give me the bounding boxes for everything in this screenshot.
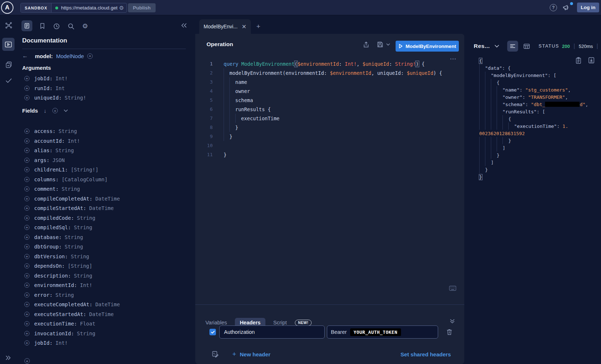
add-all-fields-icon[interactable]: +	[52, 108, 58, 113]
bulk-edit-headers-icon[interactable]	[212, 351, 219, 357]
argument-row[interactable]: +uniqueId:String!	[22, 93, 192, 103]
field-name[interactable]: uniqueId:	[34, 95, 62, 101]
field-row[interactable]: +compiledCode:String	[22, 213, 192, 223]
add-to-operation-icon[interactable]: +	[24, 283, 29, 288]
field-row[interactable]: +compiledSql:String	[22, 223, 192, 232]
field-name[interactable]: alias:	[34, 147, 53, 153]
field-name[interactable]: dependsOn:	[34, 263, 65, 269]
field-name[interactable]: accountId:	[34, 138, 65, 144]
field-row[interactable]: +dependsOn:[String]	[22, 261, 192, 271]
json-line[interactable]: 0023620128631592	[469, 130, 601, 137]
operation-tab[interactable]: ModelByEnvi... ✕	[199, 19, 251, 34]
code-line[interactable]: 11}	[195, 150, 462, 159]
field-name[interactable]: args:	[34, 157, 49, 163]
field-row[interactable]: +executeStartedAt:DateTime	[22, 310, 192, 319]
field-row[interactable]: +comment:String	[22, 184, 192, 194]
add-to-operation-icon[interactable]: +	[24, 177, 29, 182]
field-name[interactable]: comment:	[34, 186, 59, 192]
close-tab-icon[interactable]: ✕	[242, 23, 247, 30]
header-enabled-checkbox[interactable]	[209, 329, 216, 335]
field-name[interactable]: description:	[34, 273, 71, 279]
save-operation-icon[interactable]	[377, 41, 383, 48]
add-to-operation-icon[interactable]: +	[24, 215, 29, 221]
breadcrumb-type-link[interactable]: ModelNode	[56, 53, 84, 59]
field-row[interactable]: +invocationId:String	[22, 329, 192, 339]
bookmarks-icon[interactable]	[40, 23, 45, 29]
field-row[interactable]: +executeCompletedAt:DateTime	[22, 300, 192, 310]
endpoint-url[interactable]: https://metadata.cloud.get	[61, 5, 117, 11]
field-type[interactable]: DateTime	[95, 196, 120, 202]
fields-options-chevron-icon[interactable]	[64, 109, 68, 112]
json-line[interactable]: {	[469, 115, 601, 122]
header-value-input[interactable]: Bearer YOUR_AUTH_TOKEN	[327, 325, 438, 339]
back-arrow-icon[interactable]: ←	[22, 53, 28, 59]
code-line[interactable]: 4owner	[195, 86, 462, 96]
json-line[interactable]: }	[469, 166, 601, 173]
announcements-megaphone-icon[interactable]	[563, 4, 571, 11]
add-to-operation-icon[interactable]: +	[24, 138, 29, 143]
add-to-operation-icon[interactable]: +	[24, 340, 29, 345]
field-name[interactable]: access:	[34, 128, 56, 134]
field-name[interactable]: runId:	[34, 85, 53, 91]
field-type[interactable]: Int!	[56, 340, 68, 346]
json-line[interactable]: {	[469, 79, 601, 86]
add-to-operation-icon[interactable]: +	[24, 302, 29, 307]
add-field-icon[interactable]: +	[87, 53, 93, 59]
add-to-operation-icon[interactable]: +	[24, 196, 29, 201]
code-line[interactable]: 7executionTime	[195, 114, 462, 123]
code-line[interactable]: 1query ModelByEnvironment($environmentId…	[195, 59, 462, 68]
add-to-operation-icon[interactable]: +	[24, 158, 29, 163]
field-row[interactable]: +compileCompletedAt:DateTime	[22, 194, 192, 204]
json-line[interactable]: ]	[469, 159, 601, 166]
argument-row[interactable]: +runId:Int	[22, 84, 192, 93]
field-row[interactable]: +jobId:Int!	[22, 338, 192, 348]
field-row[interactable]: +database:String	[22, 232, 192, 242]
settings-gear-icon[interactable]: ⚙	[82, 22, 88, 30]
field-row[interactable]: +accountId:Int!	[22, 136, 192, 146]
field-name[interactable]: jobId:	[34, 340, 53, 346]
sort-direction-icon[interactable]: ↓	[44, 108, 47, 114]
json-line[interactable]: "data": {	[469, 64, 601, 72]
add-to-operation-icon[interactable]: +	[24, 167, 29, 172]
field-row[interactable]: +columns:[CatalogColumn]	[22, 175, 192, 185]
add-to-operation-icon[interactable]: +	[24, 76, 29, 81]
new-tab-button[interactable]: +	[256, 23, 260, 31]
endpoint-bar[interactable]: SANDBOX https://metadata.cloud.get ⚙	[20, 3, 127, 13]
json-line[interactable]: "executionTime": 1.	[469, 122, 601, 130]
tab-script[interactable]: Script	[273, 320, 287, 325]
field-type[interactable]: String	[56, 292, 74, 298]
field-type[interactable]: [String]	[68, 263, 92, 269]
collapse-request-panel-icon[interactable]	[450, 319, 455, 324]
add-to-operation-icon[interactable]: +	[24, 148, 29, 153]
json-line[interactable]: "modelByEnvironment": [	[469, 72, 601, 79]
add-to-operation-icon[interactable]: +	[24, 225, 29, 230]
field-row[interactable]: +executionTime:Float	[22, 319, 192, 329]
argument-row[interactable]: +jobId:Int!	[22, 74, 192, 84]
field-name[interactable]: executeCompletedAt:	[34, 302, 92, 307]
field-name[interactable]: error:	[34, 292, 53, 298]
field-name[interactable]: executeStartedAt:	[34, 311, 86, 317]
field-type[interactable]: [CatalogColumn]	[61, 177, 107, 182]
field-type[interactable]: JSON	[52, 157, 65, 163]
raw-view-toggle-active[interactable]	[507, 41, 518, 52]
code-line[interactable]: 9}	[195, 132, 462, 141]
json-line[interactable]: {	[469, 57, 601, 64]
field-type[interactable]: String	[65, 234, 83, 240]
field-name[interactable]: executionTime:	[34, 321, 77, 327]
header-key-input[interactable]	[219, 325, 325, 339]
add-to-operation-icon[interactable]: +	[24, 206, 29, 211]
field-type[interactable]: String	[65, 244, 83, 250]
field-row[interactable]: +alias:String	[22, 146, 192, 155]
field-row[interactable]: +compileStartedAt:DateTime	[22, 203, 192, 213]
code-line[interactable]: 10	[195, 141, 462, 150]
field-type[interactable]: String	[59, 128, 77, 134]
set-shared-headers-link[interactable]: Set shared headers	[401, 351, 451, 357]
search-icon[interactable]	[68, 23, 75, 30]
json-line[interactable]: }	[469, 173, 601, 181]
code-line[interactable]: 5schema	[195, 96, 462, 105]
response-json-viewer[interactable]: {"data": {"modelByEnvironment": [{"name"…	[469, 57, 601, 181]
add-to-operation-icon[interactable]: +	[24, 254, 29, 259]
json-line[interactable]: "schema": "dbt_d",	[469, 101, 601, 108]
add-to-operation-icon[interactable]: +	[24, 235, 29, 240]
add-to-operation-icon[interactable]: +	[24, 331, 29, 336]
